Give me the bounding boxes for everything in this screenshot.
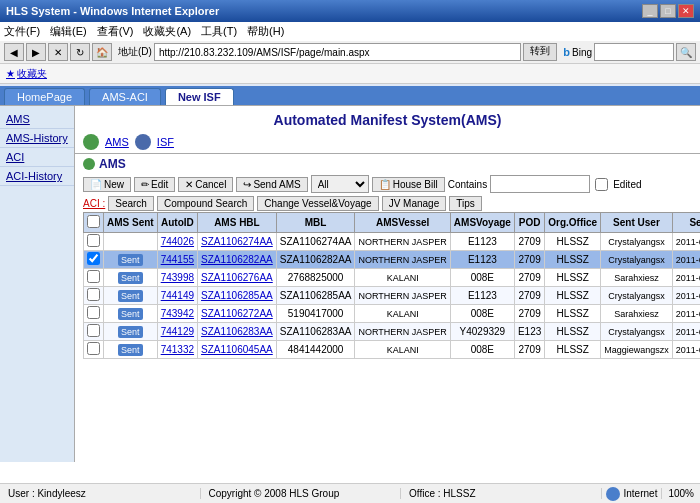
table-row[interactable]: Sent 744129 SZA1106283AA SZA1106283AA NO…: [84, 323, 701, 341]
house-bill-button[interactable]: 📋 House Bill: [372, 177, 445, 192]
row-checkbox[interactable]: [87, 234, 100, 247]
ams-section-icon: [83, 158, 95, 170]
nav-tab-homepage[interactable]: HomePage: [4, 88, 85, 105]
menu-favorites[interactable]: 收藏夹(A): [143, 24, 191, 39]
search-input[interactable]: [490, 175, 590, 193]
bing-search-button[interactable]: 🔍: [676, 43, 696, 61]
maximize-button[interactable]: □: [660, 4, 676, 18]
cell-sent: Sent: [104, 269, 158, 287]
cancel-button[interactable]: ✕ Cancel: [178, 177, 233, 192]
cell-org: HLSSZ: [545, 323, 601, 341]
home-button[interactable]: 🏠: [92, 43, 112, 61]
hbl-link[interactable]: SZA1106045AA: [201, 344, 273, 355]
cell-ams-hbl: SZA1106272AA: [198, 305, 277, 323]
row-checkbox[interactable]: [87, 252, 100, 265]
sidebar: AMS AMS-History ACI ACI-History: [0, 106, 75, 462]
autoid-link[interactable]: 743998: [161, 272, 194, 283]
autoid-link[interactable]: 741332: [161, 344, 194, 355]
back-button[interactable]: ◀: [4, 43, 24, 61]
cell-pod: 2709: [514, 287, 544, 305]
close-button[interactable]: ✕: [678, 4, 694, 18]
menu-help[interactable]: 帮助(H): [247, 24, 284, 39]
stop-button[interactable]: ✕: [48, 43, 68, 61]
edit-button[interactable]: ✏ Edit: [134, 177, 175, 192]
row-checkbox[interactable]: [87, 342, 100, 355]
nav-tab-ams-aci[interactable]: AMS-ACI: [89, 88, 161, 105]
autoid-link[interactable]: 744155: [161, 254, 194, 265]
select-all-checkbox[interactable]: [87, 215, 100, 228]
autoid-link[interactable]: 744149: [161, 290, 194, 301]
table-row[interactable]: Sent 744149 SZA1106285AA SZA1106285AA NO…: [84, 287, 701, 305]
ams-link[interactable]: AMS: [105, 136, 129, 148]
minimize-button[interactable]: _: [642, 4, 658, 18]
cell-checkbox: [84, 269, 104, 287]
forward-button[interactable]: ▶: [26, 43, 46, 61]
table-row[interactable]: Sent 744155 SZA1106282AA SZA1106282AA NO…: [84, 251, 701, 269]
cell-user: Sarahxiesz: [601, 305, 673, 323]
hbl-link[interactable]: SZA1106272AA: [201, 308, 273, 319]
favorites-link[interactable]: ★ 收藏夹: [6, 67, 47, 81]
search-button[interactable]: Search: [108, 196, 154, 211]
sidebar-item-ams[interactable]: AMS: [0, 110, 74, 129]
edited-checkbox[interactable]: [595, 178, 608, 191]
vessel-voyage-button[interactable]: Change Vessel&Voyage: [257, 196, 378, 211]
hbl-link[interactable]: SZA1106285AA: [201, 290, 273, 301]
status-copyright: Copyright © 2008 HLS Group: [201, 488, 402, 499]
tips-button[interactable]: Tips: [449, 196, 482, 211]
menu-edit[interactable]: 编辑(E): [50, 24, 87, 39]
autoid-link[interactable]: 744129: [161, 326, 194, 337]
sidebar-item-aci[interactable]: ACI: [0, 148, 74, 167]
menu-file[interactable]: 文件(F): [4, 24, 40, 39]
menu-tools[interactable]: 工具(T): [201, 24, 237, 39]
autoid-link[interactable]: 744026: [161, 236, 194, 247]
hbl-link[interactable]: SZA1106283AA: [201, 326, 273, 337]
cell-autoid: 744149: [157, 287, 197, 305]
cell-ams-hbl: SZA1106045AA: [198, 341, 277, 359]
hbl-link[interactable]: SZA1106282AA: [201, 254, 273, 265]
ams-section-label: AMS: [99, 157, 126, 171]
cell-checkbox: [84, 287, 104, 305]
send-ams-button[interactable]: ↪ Send AMS: [236, 177, 307, 192]
menu-bar: 文件(F) 编辑(E) 查看(V) 收藏夹(A) 工具(T) 帮助(H): [0, 22, 700, 41]
table-row[interactable]: Sent 743942 SZA1106272AA 5190417000 KALA…: [84, 305, 701, 323]
cell-ams-hbl: SZA1106283AA: [198, 323, 277, 341]
go-button[interactable]: 转到: [523, 43, 557, 61]
sent-badge: Sent: [118, 308, 143, 320]
row-checkbox[interactable]: [87, 288, 100, 301]
row-checkbox[interactable]: [87, 324, 100, 337]
sent-badge: Sent: [118, 254, 143, 266]
ams-section-header: AMS: [75, 155, 700, 173]
table-row[interactable]: Sent 743998 SZA1106276AA 2768825000 KALA…: [84, 269, 701, 287]
isf-link[interactable]: ISF: [157, 136, 174, 148]
col-date: Sent Date: [672, 213, 700, 233]
hbl-link[interactable]: SZA1106274AA: [201, 236, 273, 247]
address-bar: ◀ ▶ ✕ ↻ 🏠 地址(D) 转到 bBing 🔍: [0, 41, 700, 64]
cell-org: HLSSZ: [545, 305, 601, 323]
menu-view[interactable]: 查看(V): [97, 24, 134, 39]
aci-label[interactable]: ACI :: [83, 198, 105, 209]
window-controls[interactable]: _ □ ✕: [642, 4, 694, 18]
bing-input[interactable]: [594, 43, 674, 61]
refresh-button[interactable]: ↻: [70, 43, 90, 61]
status-select[interactable]: All Sent Unsent: [311, 175, 369, 193]
autoid-link[interactable]: 743942: [161, 308, 194, 319]
row-checkbox[interactable]: [87, 270, 100, 283]
cell-sent: Sent: [104, 323, 158, 341]
hbl-link[interactable]: SZA1106276AA: [201, 272, 273, 283]
sidebar-item-ams-history[interactable]: AMS-History: [0, 129, 74, 148]
new-button[interactable]: 📄 New: [83, 177, 131, 192]
row-checkbox[interactable]: [87, 306, 100, 319]
sidebar-item-aci-history[interactable]: ACI-History: [0, 167, 74, 186]
cell-vessel: KALANI: [355, 269, 450, 287]
table-row[interactable]: 744026 SZA1106274AA SZA1106274AA NORTHER…: [84, 233, 701, 251]
table-row[interactable]: Sent 741332 SZA1106045AA 4841442000 KALA…: [84, 341, 701, 359]
compound-search-button[interactable]: Compound Search: [157, 196, 254, 211]
isf-icon: [135, 134, 151, 150]
col-pod: POD: [514, 213, 544, 233]
edit-icon: ✏: [141, 179, 149, 190]
address-input[interactable]: [154, 43, 521, 61]
jv-manage-button[interactable]: JV Manage: [382, 196, 447, 211]
cell-autoid: 744155: [157, 251, 197, 269]
contains-label: Contains: [448, 179, 487, 190]
nav-tab-new-isf[interactable]: New ISF: [165, 88, 234, 105]
